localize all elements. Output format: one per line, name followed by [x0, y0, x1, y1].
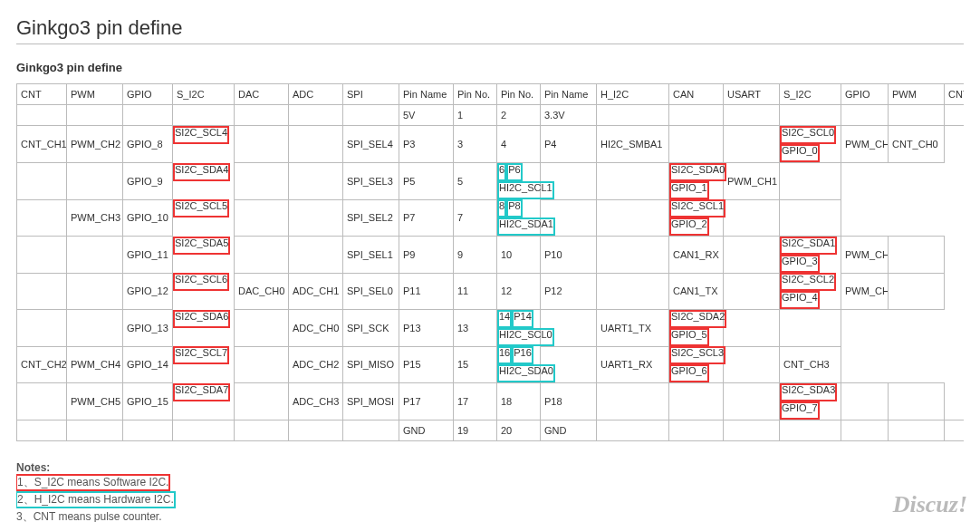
table-cell: 11	[454, 273, 497, 310]
table-row: GPIO_13SI2C_SDA6ADC_CH0SPI_SCKP131314P14…	[17, 310, 965, 347]
note-item: 1、S_I2C means Software I2C.	[16, 475, 169, 490]
table-cell	[123, 105, 173, 126]
col-header: S_I2C	[780, 84, 841, 105]
table-cell: ADC_CH1	[289, 273, 343, 310]
table-cell: P8	[506, 199, 522, 218]
table-cell: SI2C_SDA1	[780, 237, 837, 255]
table-cell	[17, 383, 67, 420]
table-cell	[173, 105, 235, 126]
table-cell: HI2C_SDA0	[497, 364, 555, 382]
col-header: PWM	[889, 84, 945, 105]
table-row: GPIO_12SI2C_SCL6DAC_CH0ADC_CH1SPI_SEL0P1…	[17, 273, 965, 310]
table-cell: GPIO_7	[780, 401, 820, 420]
table-cell	[235, 105, 289, 126]
table-cell: CAN1_TX	[669, 273, 724, 310]
table-cell: GPIO_15	[123, 383, 173, 420]
table-cell: SPI_MOSI	[343, 383, 399, 420]
table-cell: 5	[454, 163, 497, 200]
table-row: GND1920GND	[17, 420, 965, 441]
table-cell: UART1_TX	[597, 310, 669, 347]
table-cell: SI2C_SDA0	[669, 163, 726, 181]
table-cell	[724, 273, 780, 310]
table-cell: ADC_CH0	[289, 310, 343, 347]
table-row: 5V123.3V	[17, 105, 965, 126]
table-cell: SPI_SCK	[343, 310, 399, 347]
table-cell: SI2C_SDA7	[173, 383, 230, 401]
table-cell: SPI_MISO	[343, 346, 399, 383]
table-cell	[173, 420, 235, 441]
table-cell: GPIO_13	[123, 310, 173, 347]
table-cell: 6	[497, 163, 506, 181]
table-cell: P12	[541, 273, 597, 310]
table-cell: PWM_CH1	[724, 163, 780, 200]
table-cell: SI2C_SCL4	[173, 126, 229, 144]
table-cell: GPIO_11	[123, 237, 173, 274]
col-header: H_I2C	[597, 84, 669, 105]
table-cell: PWM_CH5	[67, 383, 123, 420]
table-cell	[597, 273, 669, 310]
table-cell	[945, 105, 965, 126]
table-cell	[780, 105, 841, 126]
table-cell	[289, 105, 343, 126]
table-cell: HI2C_SMBA1	[597, 126, 669, 163]
table-cell	[343, 420, 399, 441]
col-header: GPIO	[841, 84, 889, 105]
table-cell	[724, 310, 780, 347]
table-cell: 13	[454, 310, 497, 347]
table-row: CNT_CH2PWM_CH4GPIO_14SI2C_SCL7ADC_CH2SPI…	[17, 346, 965, 383]
table-cell: SI2C_SCL0	[780, 126, 836, 144]
table-cell	[889, 273, 945, 310]
table-cell: ADC_CH3	[289, 383, 343, 420]
table-cell	[17, 273, 67, 310]
table-cell: SPI_SEL0	[343, 273, 399, 310]
table-cell: PWM_CH0	[841, 126, 889, 163]
table-cell	[17, 163, 67, 200]
col-header: GPIO	[123, 84, 173, 105]
table-cell	[597, 383, 669, 420]
table-cell: PWM_CH2	[67, 126, 123, 163]
table-cell	[780, 420, 841, 441]
table-cell	[235, 199, 289, 237]
table-cell: 19	[454, 420, 497, 441]
table-cell	[235, 126, 289, 163]
notes-heading: Notes:	[16, 461, 964, 474]
table-cell	[17, 199, 67, 237]
table-cell: 2	[497, 105, 541, 126]
table-cell: HI2C_SDA1	[497, 218, 555, 236]
table-cell	[67, 105, 123, 126]
table-cell	[597, 163, 669, 200]
table-cell	[289, 420, 343, 441]
table-cell	[597, 105, 669, 126]
table-cell	[343, 105, 399, 126]
table-cell: CNT_CH2	[17, 346, 67, 383]
table-cell: 17	[454, 383, 497, 420]
table-cell: ADC_CH2	[289, 346, 343, 383]
table-cell: P18	[541, 383, 597, 420]
table-row: PWM_CH5GPIO_15SI2C_SDA7ADC_CH3SPI_MOSIP1…	[17, 383, 965, 420]
table-cell: SI2C_SCL5	[173, 199, 229, 218]
table-cell	[669, 383, 724, 420]
table-cell: 16	[497, 346, 512, 364]
table-cell	[724, 105, 780, 126]
col-header: Pin Name	[399, 84, 454, 105]
table-cell: 5V	[399, 105, 454, 126]
table-cell: GPIO_8	[123, 126, 173, 163]
watermark: Discuz!	[893, 491, 964, 518]
col-header: SPI	[343, 84, 399, 105]
table-cell	[724, 383, 780, 420]
table-cell	[67, 163, 123, 200]
table-cell: 14	[497, 310, 512, 328]
table-cell: P14	[512, 310, 533, 328]
table-cell	[780, 163, 841, 200]
table-cell	[235, 420, 289, 441]
table-cell: P15	[399, 346, 454, 383]
table-cell	[67, 273, 123, 310]
table-cell: CNT_CH3	[780, 346, 841, 383]
table-cell: SI2C_SCL6	[173, 273, 229, 291]
table-cell	[597, 420, 669, 441]
table-cell: GPIO_10	[123, 199, 173, 237]
table-cell: PWM_CH3	[67, 199, 123, 237]
table-cell	[289, 237, 343, 274]
table-cell	[235, 237, 289, 274]
table-cell: GPIO_12	[123, 273, 173, 310]
